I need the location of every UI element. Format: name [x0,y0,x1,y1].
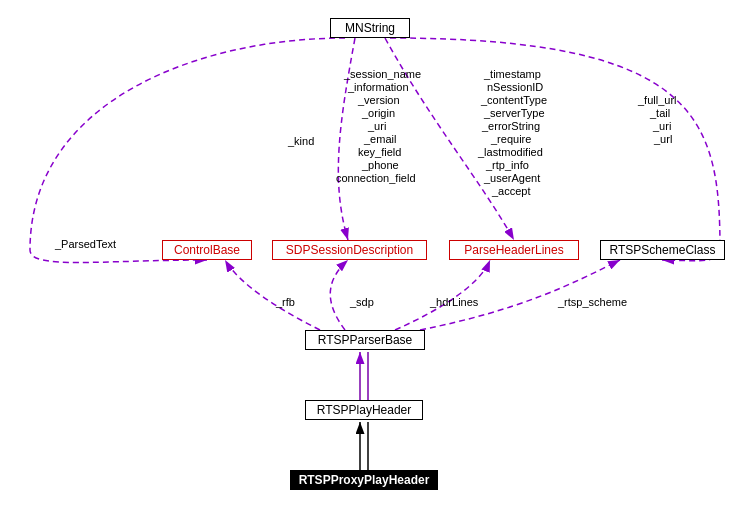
rtspproxyplayheader-label: RTSPProxyPlayHeader [299,473,430,487]
sdpsession-label: SDPSessionDescription [286,243,413,257]
controlbase-node: ControlBase [162,240,252,260]
rtspscheme-label: RTSPSchemeClass [610,243,716,257]
label-rtsp-scheme: _rtsp_scheme [558,296,627,308]
label-accept: _accept [492,185,531,197]
label-kind: _kind [288,135,314,147]
rtspparserbase-label: RTSPParserBase [318,333,412,347]
label-version: _version [358,94,400,106]
label-rfb: _rfb [276,296,295,308]
label-hdr-lines: _hdrLines [430,296,478,308]
label-sdp: _sdp [350,296,374,308]
label-uri2: _uri [653,120,671,132]
label-rtp-info: _rtp_info [486,159,529,171]
mnstring-label: MNString [345,21,395,35]
label-origin: _origin [362,107,395,119]
rtspplayheader-label: RTSPPlayHeader [317,403,412,417]
label-servertype: _serverType [484,107,545,119]
label-tail: _tail [650,107,670,119]
parseheader-label: ParseHeaderLines [464,243,563,257]
rtspscheme-node: RTSPSchemeClass [600,240,725,260]
label-errorstring: _errorString [482,120,540,132]
label-phone: _phone [362,159,399,171]
label-session-name: _session_name [344,68,421,80]
label-key-field: key_field [358,146,401,158]
label-require: _require [491,133,531,145]
label-parsed-text: _ParsedText [55,238,116,250]
sdpsession-node: SDPSessionDescription [272,240,427,260]
label-nsessionid: nSessionID [487,81,543,93]
controlbase-label: ControlBase [174,243,240,257]
rtspproxyplayheader-node: RTSPProxyPlayHeader [290,470,438,490]
label-information: _information [348,81,409,93]
label-useragent: _userAgent [484,172,540,184]
label-url: _url [654,133,672,145]
rtspparserbase-node: RTSPParserBase [305,330,425,350]
label-contenttype: _contentType [481,94,547,106]
label-full-url: _full_url [638,94,677,106]
label-uri: _uri [368,120,386,132]
rtspplayheader-node: RTSPPlayHeader [305,400,423,420]
label-email: _email [364,133,396,145]
diagram-container: MNString ControlBase SDPSessionDescripti… [0,0,738,528]
label-timestamp: _timestamp [484,68,541,80]
label-lastmodified: _lastmodified [478,146,543,158]
mnstring-node: MNString [330,18,410,38]
label-connection-field: connection_field [336,172,416,184]
parseheader-node: ParseHeaderLines [449,240,579,260]
